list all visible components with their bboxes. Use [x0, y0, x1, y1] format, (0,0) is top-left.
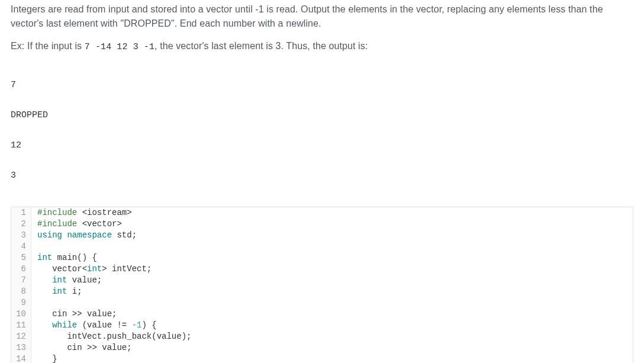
code-line[interactable]: 7 int value; [11, 275, 633, 286]
line-number: 7 [11, 275, 31, 286]
line-number: 6 [11, 264, 31, 275]
code-line[interactable]: 11 while (value != -1) { [11, 320, 633, 331]
token-num: -1 [132, 320, 142, 330]
code-line[interactable]: 9 [11, 297, 633, 309]
token-plain: std; [112, 230, 137, 240]
token-plain: intVect.push_back(value); [37, 332, 191, 341]
line-number: 2 [11, 219, 31, 230]
token-kw: using [37, 230, 62, 240]
line-number: 5 [11, 252, 31, 264]
code-content[interactable]: #include <vector> [31, 219, 633, 230]
line-number: 11 [11, 320, 31, 331]
token-plain: main() { [52, 253, 97, 262]
code-line[interactable]: 8 int i; [11, 286, 633, 297]
token-plain: value; [67, 275, 102, 285]
example-input: 7 -14 12 3 -1 [85, 42, 154, 52]
code-line[interactable]: 1#include <iostream> [11, 207, 633, 219]
token-plain: iostream [87, 208, 127, 217]
line-number: 3 [11, 230, 31, 241]
code-editor[interactable]: 1#include <iostream>2#include <vector>3u… [11, 207, 633, 363]
token-plain [37, 287, 52, 296]
token-kw: while [52, 320, 77, 330]
output-line: 7 [11, 78, 633, 93]
line-number: 12 [11, 331, 31, 342]
token-kw: int [52, 287, 67, 296]
token-plain: cin [37, 309, 72, 319]
token-plain: intVect; [107, 264, 152, 274]
code-content[interactable]: intVect.push_back(value); [31, 331, 633, 342]
output-line: 12 [11, 138, 633, 153]
code-content[interactable] [31, 297, 633, 309]
line-number: 8 [11, 286, 31, 297]
output-line: 3 [11, 168, 633, 184]
code-line[interactable]: 6 vector<int> intVect; [11, 264, 633, 275]
token-plain: } [37, 354, 57, 363]
code-content[interactable]: vector<int> intVect; [31, 264, 633, 275]
token-plain: vector [37, 264, 82, 274]
code-line[interactable]: 13 cin >> value; [11, 342, 633, 354]
code-line[interactable]: 5int main() { [11, 252, 633, 264]
code-line[interactable]: 3using namespace std; [11, 230, 633, 241]
token-kw: namespace [67, 230, 112, 240]
problem-example: Ex: If the input is 7 -14 12 3 -1, the v… [11, 39, 633, 54]
code-line[interactable]: 12 intVect.push_back(value); [11, 331, 633, 342]
token-op: < [82, 264, 87, 274]
code-content[interactable]: } [31, 354, 633, 363]
code-content[interactable]: int main() { [31, 252, 633, 264]
code-content[interactable]: int value; [31, 275, 633, 286]
output-line: DROPPED [11, 108, 633, 123]
problem-statement: Integers are read from input and stored … [0, 0, 644, 54]
token-op: > [127, 208, 131, 217]
code-content[interactable]: int i; [31, 286, 633, 297]
expected-output: 7 DROPPED 12 3 [0, 63, 644, 205]
token-pre: #include [37, 219, 77, 229]
line-number: 10 [11, 309, 31, 320]
token-plain: value; [82, 309, 117, 319]
line-number: 4 [11, 241, 31, 252]
token-kw: int [52, 275, 67, 285]
example-prefix: Ex: If the input is [11, 41, 85, 51]
token-plain [77, 219, 82, 229]
code-content[interactable]: cin >> value; [31, 342, 633, 354]
token-op: >> [72, 309, 82, 319]
line-number: 13 [11, 342, 31, 354]
example-suffix: , the vector's last element is 3. Thus, … [154, 41, 368, 51]
code-line[interactable]: 10 cin >> value; [11, 309, 633, 320]
code-content[interactable] [31, 241, 633, 252]
line-number: 1 [11, 207, 31, 219]
token-kw: int [87, 264, 102, 274]
problem-paragraph: Integers are read from input and stored … [11, 2, 633, 31]
token-plain [77, 208, 82, 217]
code-content[interactable]: using namespace std; [31, 230, 633, 241]
token-op: > [117, 219, 121, 229]
code-line[interactable]: 14 } [11, 354, 633, 363]
token-kw: int [37, 253, 52, 262]
code-content[interactable]: while (value != -1) { [31, 320, 633, 331]
token-plain [37, 275, 52, 285]
code-line[interactable]: 2#include <vector> [11, 219, 633, 230]
line-number: 14 [11, 354, 31, 363]
token-pre: #include [37, 208, 77, 217]
token-plain [37, 320, 52, 330]
token-op: >> [87, 343, 97, 352]
token-plain: cin [37, 343, 87, 352]
code-content[interactable]: cin >> value; [31, 309, 633, 320]
line-number: 9 [11, 297, 31, 309]
code-content[interactable]: #include <iostream> [31, 207, 633, 219]
token-plain: i; [67, 287, 82, 296]
token-op: < [82, 219, 87, 229]
token-plain: vector [87, 219, 117, 229]
token-plain: value; [97, 343, 132, 352]
code-line[interactable]: 4 [11, 241, 633, 252]
token-op: < [82, 208, 87, 217]
token-plain: (value != [77, 320, 131, 330]
token-op: > [102, 264, 107, 274]
token-plain: ) { [141, 320, 156, 330]
